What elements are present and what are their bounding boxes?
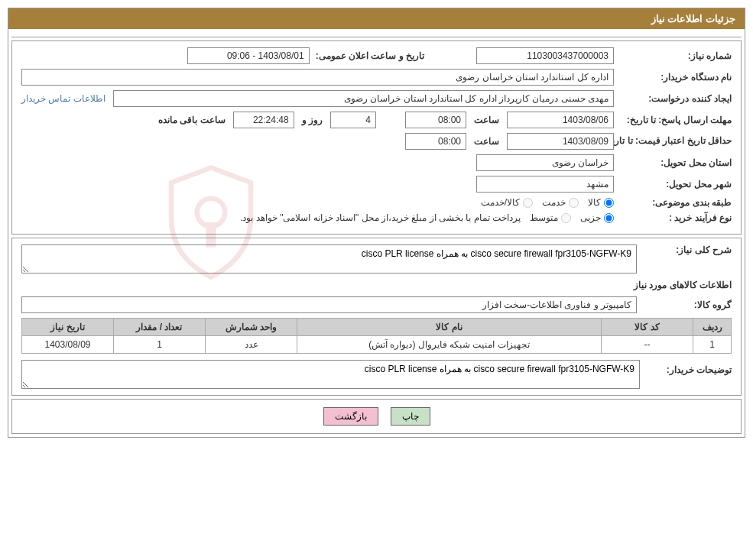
purchase-type-radio-group: جزیی متوسط <box>530 212 614 223</box>
th-row: ردیف <box>693 319 732 336</box>
delivery-province-value: خراسان رضوی <box>476 154 614 171</box>
buyer-org-label: نام دستگاه خریدار: <box>617 72 732 83</box>
purchase-note: پرداخت تمام یا بخشی از مبلغ خرید،از محل … <box>240 212 527 223</box>
subject-radio-kala[interactable]: کالا <box>588 197 614 208</box>
td-code: -- <box>602 336 693 354</box>
table-header-row: ردیف کد کالا نام کالا واحد شمارش تعداد /… <box>22 319 732 336</box>
th-name: نام کالا <box>297 319 602 336</box>
subject-radio-both[interactable]: کالا/خدمت <box>481 197 533 208</box>
subject-class-radio-group: کالا خدمت کالا/خدمت <box>481 197 614 208</box>
subject-radio-both-label: کالا/خدمت <box>481 197 520 208</box>
need-number-value: 1103003437000003 <box>476 47 614 64</box>
delivery-province-label: استان محل تحویل: <box>617 157 732 168</box>
purchase-radio-medium-input[interactable] <box>561 213 571 223</box>
table-row: 1 -- تجهیزات امنیت شبکه فایروال (دیواره … <box>22 336 732 354</box>
hour-label-1: ساعت <box>469 115 504 125</box>
requester-label: ایجاد کننده درخواست: <box>617 93 732 104</box>
purchase-radio-partial-input[interactable] <box>604 213 614 223</box>
group-label: گروه کالا: <box>640 299 732 310</box>
price-validity-hour: 08:00 <box>405 133 466 150</box>
td-qty: 1 <box>114 336 206 354</box>
subject-radio-kala-label: کالا <box>588 197 601 208</box>
reply-deadline-label: مهلت ارسال پاسخ: تا تاریخ: <box>617 115 732 125</box>
announce-date-label: تاریخ و ساعت اعلان عمومی: <box>313 50 424 61</box>
purchase-type-label: نوع فرآیند خرید : <box>617 212 732 223</box>
subject-radio-khadmat-label: خدمت <box>542 197 566 208</box>
general-desc-textarea[interactable] <box>21 244 637 274</box>
hour-label-2: ساعت <box>469 136 504 147</box>
group-value: کامپیوتر و فناوری اطلاعات-سخت افزار <box>21 296 637 313</box>
requester-value: مهدی حسنی درمیان کارپرداز اداره کل استان… <box>113 90 614 107</box>
items-table: ردیف کد کالا نام کالا واحد شمارش تعداد /… <box>21 318 732 354</box>
td-name: تجهیزات امنیت شبکه فایروال (دیواره آتش) <box>297 336 602 354</box>
buyer-org-value: اداره کل استاندارد استان خراسان رضوی <box>21 69 614 86</box>
purchase-radio-medium[interactable]: متوسط <box>530 212 571 223</box>
subject-class-label: طبقه بندی موضوعی: <box>617 197 732 208</box>
subject-radio-both-input[interactable] <box>523 198 533 208</box>
form-section-details: شماره نیاز: 1103003437000003 تاریخ و ساع… <box>11 40 742 235</box>
th-unit: واحد شمارش <box>206 319 297 336</box>
purchase-radio-medium-label: متوسط <box>530 212 558 223</box>
purchase-radio-partial[interactable]: جزیی <box>580 212 614 223</box>
days-remaining: 4 <box>330 112 376 128</box>
reply-deadline-hour: 08:00 <box>405 112 466 128</box>
td-row: 1 <box>693 336 732 354</box>
th-qty: تعداد / مقدار <box>114 319 206 336</box>
general-desc-label: شرح کلی نیاز: <box>640 244 732 255</box>
purchase-radio-partial-label: جزیی <box>580 212 601 223</box>
th-date: تاریخ نیاز <box>22 319 114 336</box>
reply-deadline-date: 1403/08/06 <box>507 112 614 128</box>
back-button[interactable]: بازگشت <box>323 407 378 426</box>
countdown-value: 22:24:48 <box>233 112 294 128</box>
form-section-items: شرح کلی نیاز: اطلاعات کالاهای مورد نیاز … <box>11 238 742 396</box>
page-title-bar: جزئیات اطلاعات نیاز <box>8 8 745 29</box>
button-row: چاپ بازگشت <box>11 399 742 434</box>
announce-date-value: 1403/08/01 - 09:06 <box>187 47 310 64</box>
delivery-city-label: شهر محل تحویل: <box>617 179 732 189</box>
countdown-suffix: ساعت باقی مانده <box>154 115 230 125</box>
subject-radio-kala-input[interactable] <box>604 198 614 208</box>
buyer-notes-textarea[interactable] <box>21 360 640 389</box>
days-word: روز و <box>297 115 327 125</box>
td-date: 1403/08/09 <box>22 336 114 354</box>
price-validity-date: 1403/08/09 <box>507 133 614 150</box>
delivery-city-value: مشهد <box>476 176 614 193</box>
td-unit: عدد <box>206 336 297 354</box>
need-number-label: شماره نیاز: <box>617 50 732 61</box>
subject-radio-khadmat-input[interactable] <box>569 198 579 208</box>
th-code: کد کالا <box>602 319 693 336</box>
price-validity-label: حداقل تاریخ اعتبار قیمت: تا تاریخ: <box>617 135 732 147</box>
buyer-notes-label: توضیحات خریدار: <box>640 360 732 375</box>
subject-radio-khadmat[interactable]: خدمت <box>542 197 579 208</box>
items-heading: اطلاعات کالاهای مورد نیاز <box>21 280 732 290</box>
print-button[interactable]: چاپ <box>391 407 430 426</box>
buyer-contact-link[interactable]: اطلاعات تماس خریدار <box>21 93 110 104</box>
page-title: جزئیات اطلاعات نیاز <box>651 13 735 24</box>
